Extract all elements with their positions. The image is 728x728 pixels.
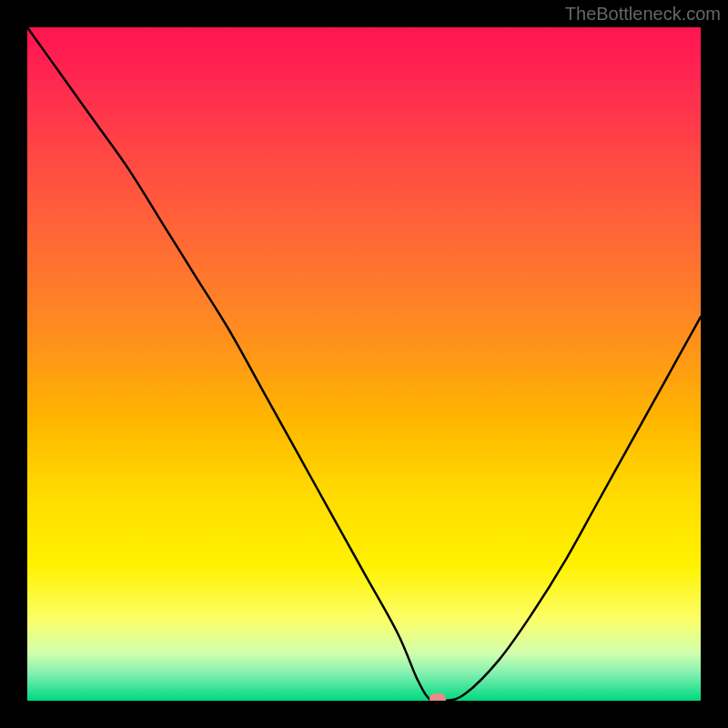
optimal-marker [430, 693, 446, 701]
plot-area [27, 27, 701, 701]
curve-svg [27, 27, 701, 701]
bottleneck-curve [27, 27, 701, 701]
attribution-text: TheBottleneck.com [565, 4, 721, 25]
